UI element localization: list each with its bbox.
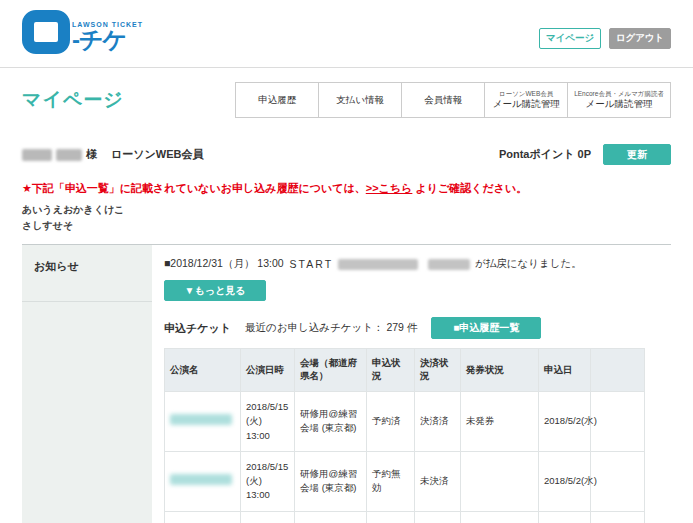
warning-notice: ★下記「申込一覧」に記載されていないお申し込み履歴については、>>こちら よりご… (22, 181, 671, 196)
redacted-performance-link[interactable] (170, 474, 232, 485)
header-buttons: マイページ ログアウト (539, 28, 671, 49)
extra-cell (591, 392, 645, 452)
performance-datetime-cell: 2018/5/15 (火) 13:00 (241, 392, 295, 452)
payment-status-cell: 未決済 (415, 511, 461, 523)
side-column: お知らせ (22, 245, 152, 523)
redacted-event-name-2 (428, 259, 470, 270)
extra-cell (591, 511, 645, 523)
logout-button[interactable]: ログアウト (609, 28, 671, 49)
issue-status-cell (461, 511, 539, 523)
ticket-table-row: 2018/5/15 (火) 13:00 研修用@練習会場 (東京都) 予約済 決… (165, 392, 645, 452)
payment-status-cell: 未決済 (415, 451, 461, 511)
redacted-performance-link[interactable] (170, 414, 232, 425)
user-bar: 様 ローソンWEB会員 Pontaポイント 0P 更新 (22, 144, 671, 165)
tickets-table-header-cell: 公演日時 (241, 349, 295, 392)
performance-name-cell (165, 392, 241, 452)
venue-cell: 研修用@練習会場 (東京都) (295, 451, 367, 511)
brand-main-text: -チケ (72, 28, 143, 52)
memo-text: あいうえおかきくけこ さしすせそ (22, 202, 671, 234)
tickets-table-header-cell: 発券状況 (461, 349, 539, 392)
application-history-button[interactable]: ■申込履歴一覧 (431, 317, 541, 339)
performance-datetime-cell: 2018/5/15 (火) 13:00 (241, 511, 295, 523)
nav-tabs: 申込履歴 支払い情報 会員情報 ローソンWEB会員 メール購読管理 LEncor… (236, 82, 671, 118)
performance-name-cell (165, 511, 241, 523)
redacted-firstname (56, 149, 82, 161)
mypage-button[interactable]: マイページ (539, 28, 601, 49)
apply-date-cell: 2018/5/2(水) (539, 392, 591, 452)
tickets-table-header-cell: 決済状況 (415, 349, 461, 392)
member-type-label: ローソンWEB会員 (111, 147, 203, 162)
lawson-ticket-logo[interactable]: LAWSON TICKET -チケ (22, 10, 143, 54)
performance-datetime-cell: 2018/5/15 (火) 13:00 (241, 451, 295, 511)
update-button[interactable]: 更新 (603, 144, 671, 165)
kochira-link[interactable]: >>こちら (366, 182, 413, 194)
venue-cell: 研修用@練習会場 (東京都) (295, 392, 367, 452)
extra-cell (591, 451, 645, 511)
redacted-surname (22, 149, 52, 161)
apply-status-cell: 予約無効 (367, 511, 415, 523)
tickets-table-header-cell: 会場（都道府県名） (295, 349, 367, 392)
tickets-table: 公演名公演日時会場（都道府県名）申込状況決済状況発券状況申込日 2018/5/1… (164, 348, 645, 523)
page-title: マイページ (22, 87, 124, 113)
nav-tab-application-history[interactable]: 申込履歴 (235, 82, 319, 118)
nav-tab-mail-subscription-lencore[interactable]: LEncore会員・メルマガ購読者 メール購読管理 (567, 82, 671, 118)
tickets-table-header-cell: 申込状況 (367, 349, 415, 392)
tickets-recent-count: 最近のお申し込みチケット： 279 件 (245, 321, 417, 335)
nav-tab-payment-info[interactable]: 支払い情報 (318, 82, 402, 118)
apply-date-cell: 2018/5/2(水) (539, 511, 591, 523)
site-header: LAWSON TICKET -チケ マイページ ログアウト (0, 0, 693, 68)
tickets-table-header-cell (591, 349, 645, 392)
content-column: ■2018/12/31（月） 13:00 START が払戻になりました。 ▼も… (152, 245, 671, 523)
user-name-line: 様 ローソンWEB会員 (22, 147, 203, 162)
tickets-section-label: 申込チケット (164, 321, 231, 336)
redacted-event-name (338, 259, 418, 270)
main-block: お知らせ ■2018/12/31（月） 13:00 START が払戻になりまし… (22, 244, 671, 523)
tickets-table-header-row: 公演名公演日時会場（都道府県名）申込状況決済状況発券状況申込日 (165, 349, 645, 392)
news-section-label: お知らせ (22, 245, 152, 302)
performance-name-cell (165, 451, 241, 511)
news-item: ■2018/12/31（月） 13:00 START が払戻になりました。 (164, 245, 671, 271)
tickets-bar: 申込チケット 最近のお申し込みチケット： 279 件 ■申込履歴一覧 (164, 317, 671, 339)
subheader: マイページ 申込履歴 支払い情報 会員情報 ローソンWEB会員 メール購読管理 … (0, 68, 693, 128)
show-more-button[interactable]: ▼もっと見る (164, 280, 266, 301)
name-honorific: 様 (86, 147, 97, 162)
issue-status-cell (461, 451, 539, 511)
ticket-table-row: 2018/5/15 (火) 13:00 研修用@練習会場 (東京都) 予約無効 … (165, 511, 645, 523)
nav-tab-mail-subscription-web[interactable]: ローソンWEB会員 メール購読管理 (484, 82, 568, 118)
side-column-filler (22, 302, 152, 523)
logo-o-icon (22, 10, 70, 54)
ticket-table-row: 2018/5/15 (火) 13:00 研修用@練習会場 (東京都) 予約無効 … (165, 451, 645, 511)
tickets-table-header-cell: 申込日 (539, 349, 591, 392)
ponta-points-label: Pontaポイント 0P (499, 147, 591, 162)
apply-date-cell: 2018/5/2(水) (539, 451, 591, 511)
tickets-table-header-cell: 公演名 (165, 349, 241, 392)
payment-status-cell: 決済済 (415, 392, 461, 452)
issue-status-cell: 未発券 (461, 392, 539, 452)
venue-cell: 研修用@練習会場 (東京都) (295, 511, 367, 523)
nav-tab-member-info[interactable]: 会員情報 (401, 82, 485, 118)
apply-status-cell: 予約無効 (367, 451, 415, 511)
apply-status-cell: 予約済 (367, 392, 415, 452)
